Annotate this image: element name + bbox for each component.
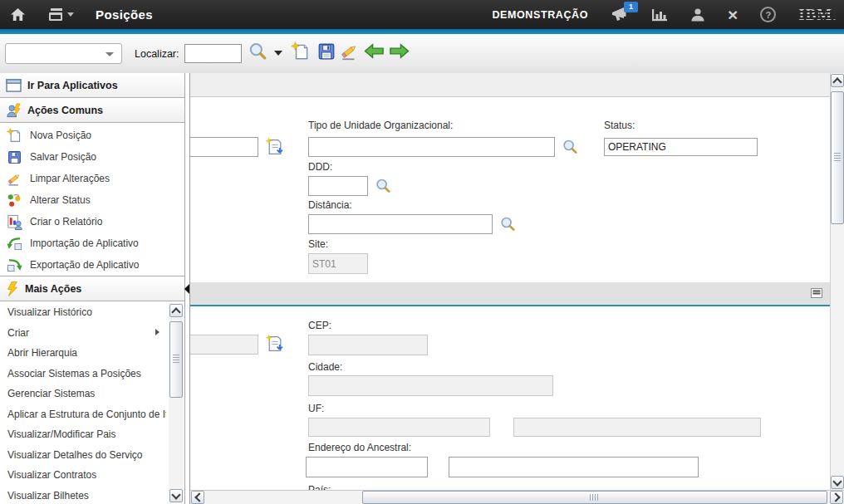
- more-action-item[interactable]: Visualizar Detalhes do Serviço: [0, 445, 166, 466]
- org-type-lookup-button[interactable]: [562, 139, 578, 158]
- form-viewport: Tipo de Unidade Organizacional: Status: …: [190, 73, 830, 490]
- ddd-label: DDD:: [308, 161, 332, 173]
- sidebar-header-common-actions[interactable]: Ações Comuns: [0, 98, 184, 123]
- more-action-item[interactable]: Aplicar a Estrutura de Conjunto de Itens: [0, 404, 166, 425]
- scroll-thumb[interactable]: [831, 91, 844, 224]
- more-action-label: Abrir Hierarquia: [7, 347, 77, 359]
- more-action-item[interactable]: Visualizar Bilhetes: [0, 486, 166, 504]
- search-button[interactable]: [248, 42, 267, 61]
- main-vertical-scrollbar[interactable]: [830, 73, 844, 490]
- minimize-section-button[interactable]: [811, 288, 822, 298]
- reports-button[interactable]: [651, 7, 668, 22]
- tab-band: [190, 73, 830, 97]
- status-input[interactable]: [604, 138, 758, 156]
- sidebar-header-label: Ações Comuns: [27, 105, 103, 116]
- cep-input: [308, 335, 428, 355]
- main-horizontal-scrollbar[interactable]: [190, 490, 844, 504]
- more-action-item[interactable]: Visualizar Contratos: [0, 465, 166, 486]
- ancestor-address-description-input[interactable]: [449, 457, 699, 477]
- more-action-item[interactable]: Visualizar Histórico: [0, 302, 166, 323]
- action-exportacao-aplicativo[interactable]: Exportação de Aplicativo: [0, 254, 184, 276]
- query-combobox[interactable]: [5, 43, 122, 64]
- search-options-caret[interactable]: [274, 51, 282, 56]
- org-type-label: Tipo de Unidade Organizacional:: [308, 120, 453, 131]
- uf-label: UF:: [308, 403, 324, 414]
- chevron-down-icon: [171, 490, 180, 499]
- chevron-down-icon: [67, 12, 74, 17]
- new-record-button[interactable]: [291, 42, 311, 61]
- ancestor-detail-menu-button[interactable]: [265, 334, 284, 355]
- sidebar-panel: Ir Para Aplicativos Ações Comuns: [0, 73, 185, 504]
- save-button[interactable]: [316, 42, 336, 61]
- sidebar-list-scrollbar[interactable]: [169, 303, 184, 503]
- action-alterar-status[interactable]: Alterar Status: [0, 189, 184, 211]
- sidebar-header-more-actions[interactable]: Mais Ações: [0, 276, 184, 301]
- help-icon: ?: [760, 7, 776, 22]
- scroll-thumb[interactable]: [362, 491, 827, 504]
- page-title: Posições: [96, 7, 153, 22]
- clear-changes-icon: [7, 171, 22, 187]
- close-icon: ×: [728, 7, 738, 23]
- sidebar-header-label: Mais Ações: [25, 283, 81, 295]
- home-button[interactable]: [10, 7, 26, 22]
- scroll-thumb[interactable]: [169, 321, 183, 398]
- arrow-right-icon: [389, 42, 410, 61]
- cep-label: CEP:: [308, 320, 331, 331]
- action-limpar-alteracoes[interactable]: Limpar Alterações: [0, 168, 184, 189]
- ancestor-address-input[interactable]: [306, 457, 428, 477]
- applications-menu-button[interactable]: [47, 7, 74, 22]
- chevron-down-icon: [106, 52, 114, 56]
- scroll-down-button[interactable]: [831, 476, 844, 489]
- minimize-icon: [811, 288, 822, 298]
- more-action-item[interactable]: Abrir Hierarquia: [0, 343, 166, 364]
- next-record-button[interactable]: [389, 42, 409, 61]
- chevron-right-icon: [831, 492, 840, 502]
- previous-record-button[interactable]: [364, 42, 384, 61]
- scroll-down-button[interactable]: [169, 489, 183, 502]
- search-icon: [499, 216, 516, 232]
- position-detail-menu-button[interactable]: [265, 137, 284, 159]
- sidebar-header-label: Ir Para Aplicativos: [27, 80, 118, 91]
- announcements-button[interactable]: 1: [611, 7, 629, 22]
- city-label: Cidade:: [308, 361, 342, 373]
- org-type-input[interactable]: [308, 137, 555, 157]
- find-label: Localizar:: [135, 48, 179, 60]
- scroll-up-button[interactable]: [831, 74, 844, 87]
- uf-description-input: [513, 418, 761, 437]
- search-icon: [562, 139, 578, 155]
- clear-changes-button[interactable]: [340, 42, 360, 61]
- find-input[interactable]: [184, 44, 242, 63]
- ddd-lookup-button[interactable]: [375, 178, 391, 197]
- signout-button[interactable]: ×: [728, 7, 738, 23]
- country-label: País:: [308, 484, 331, 490]
- scroll-left-button[interactable]: [191, 491, 204, 504]
- new-record-icon: [291, 42, 311, 61]
- sidebar-header-go-to[interactable]: Ir Para Aplicativos: [0, 73, 184, 98]
- profile-button[interactable]: [690, 7, 705, 22]
- action-importacao-aplicativo[interactable]: Importação de Aplicativo: [0, 232, 184, 254]
- more-action-item[interactable]: Associar Sistemas a Posições: [0, 364, 166, 384]
- distance-input[interactable]: [308, 214, 493, 234]
- more-action-label: Gerenciar Sistemas: [7, 388, 95, 399]
- action-label: Alterar Status: [30, 194, 91, 206]
- more-action-item[interactable]: Gerenciar Sistemas: [0, 384, 166, 404]
- action-nova-posicao[interactable]: Nova Posição: [0, 125, 184, 146]
- person-bolt-icon: [6, 103, 22, 118]
- sidebar: Ir Para Aplicativos Ações Comuns: [0, 73, 189, 504]
- scroll-up-button[interactable]: [169, 304, 183, 317]
- more-action-item[interactable]: Visualizar/Modificar Pais: [0, 424, 166, 445]
- action-salvar-posicao[interactable]: Salvar Posição: [0, 146, 184, 168]
- position-input[interactable]: [190, 137, 258, 157]
- home-icon: [10, 7, 26, 22]
- scroll-right-button[interactable]: [830, 491, 843, 504]
- more-action-label: Aplicar a Estrutura de Conjunto de Itens: [7, 409, 166, 420]
- help-button[interactable]: ?: [760, 7, 776, 22]
- distance-lookup-button[interactable]: [499, 216, 516, 235]
- window-icon: [6, 79, 22, 92]
- user-icon: [690, 7, 705, 22]
- action-criar-relatorio[interactable]: Criar o Relatório: [0, 211, 184, 232]
- ibm-logo: IBM.: [798, 6, 837, 24]
- more-action-item-criar[interactable]: Criar: [0, 323, 166, 344]
- ddd-input[interactable]: [308, 176, 368, 196]
- submenu-arrow-icon: [155, 329, 159, 335]
